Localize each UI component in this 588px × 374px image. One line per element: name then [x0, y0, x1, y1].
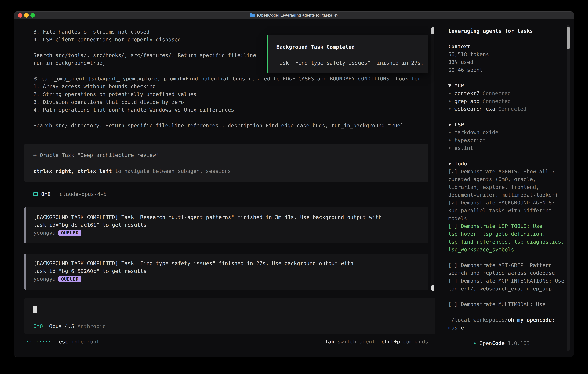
tool-call-line: ⚙call_omo_agent [subagent_type=explore, … [33, 75, 428, 83]
omo-agent-icon [33, 192, 38, 197]
bullet-icon: • [448, 106, 452, 112]
context-used: 33% used [448, 58, 564, 66]
todo-section: ▼ Todo [✓] Demonstrate AGENTS: Show all … [448, 160, 564, 308]
workspace-path: ~/local-workspaces/oh-my-opencode: [448, 316, 564, 324]
input-agent-label: OmO [33, 322, 43, 330]
folder-icon [250, 14, 255, 17]
bullet-icon: • [448, 98, 452, 104]
scrollbar-thumb-bottom[interactable] [431, 285, 434, 291]
toast-body: Task "Find type safety issues" finished … [276, 59, 422, 67]
prompt-input[interactable]: OmO Opus 4.5 Anthropic [24, 298, 435, 334]
input-meta: OmO Opus 4.5 Anthropic [33, 322, 106, 330]
message-meta: yeongyu QUEUED [33, 275, 422, 283]
esc-key-hint: esc [59, 338, 68, 346]
message-line: [BACKGROUND TASK COMPLETED] Task "Resear… [33, 213, 422, 221]
lsp-name: markdown-oxide [454, 129, 498, 135]
mcp-section-header[interactable]: ▼ MCP [448, 82, 564, 90]
mcp-item: •context7Connected [448, 90, 564, 97]
message-author: yeongyu [33, 275, 56, 283]
oracle-task-panel: ◉Oracle Task "Deep architecture review" … [24, 144, 428, 182]
message-line: task_id="bg_dcfac161" to get results. [33, 221, 422, 229]
tool-call-text: call_omo_agent [subagent_type=explore, p… [41, 76, 421, 82]
workspace-path-prefix: ~/local-workspaces/ [448, 317, 508, 323]
oracle-task-title: ◉Oracle Task "Deep architecture review" [33, 151, 419, 159]
agent-separator: · [53, 190, 57, 198]
gear-icon: ⚙ [33, 76, 38, 82]
terminal-line [33, 114, 428, 122]
version-number: 1.0.163 [508, 340, 530, 346]
terminal-line: Search src/ directory. Return specific f… [33, 122, 428, 129]
mcp-name: context7 [454, 90, 480, 96]
lsp-name: eslint [454, 145, 473, 151]
ctrlp-key-label: commands [403, 338, 428, 346]
mcp-item: •websearch_exaConnected [448, 105, 564, 113]
chat-main-pane: 3. File handles or streams not closed 4.… [14, 19, 435, 357]
agent-model: claude-opus-4-5 [60, 190, 107, 198]
mcp-item: •grep_appConnected [448, 97, 564, 105]
bullet-icon: • [448, 145, 452, 151]
close-button[interactable] [18, 13, 22, 18]
sidebar-scrollbar-thumb[interactable] [567, 27, 570, 49]
oracle-task-title-text: Oracle Task "Deep architecture review" [40, 152, 159, 158]
terminal-window: [OpenCode] Leveraging agents for tasks ◐… [14, 11, 574, 357]
todo-item: [ ] Demonstrate LSP TOOLS: Use lsp_hover… [448, 222, 564, 254]
context-section: Context 66,518 tokens 33% used $0.46 spe… [448, 43, 564, 74]
lsp-section-header[interactable]: ▼ LSP [448, 121, 564, 129]
mcp-name: grep_app [454, 98, 480, 104]
todo-item: [ ] Demonstrate MULTIMODAL: Use [448, 300, 564, 308]
workspace-info: ~/local-workspaces/oh-my-opencode: maste… [448, 316, 564, 332]
terminal-line: 1. Array access without bounds checking [33, 83, 428, 90]
zoom-button[interactable] [30, 13, 35, 18]
input-provider-label: Anthropic [77, 322, 106, 330]
lsp-item: •markdown-oxide [448, 129, 564, 136]
terminal-line: 3. File handles or streams not closed [33, 28, 428, 36]
sidebar-scrollbar[interactable] [567, 25, 570, 351]
workspace-branch: master [448, 324, 564, 332]
todo-item: [✓] Demonstrate AGENTS: Show all 7 curat… [448, 168, 564, 199]
bullet-icon: • [448, 90, 452, 96]
window-titlebar[interactable]: [OpenCode] Leveraging agents for tasks ◐ [14, 11, 574, 19]
window-title-text: [OpenCode] Leveraging agents for tasks [257, 13, 332, 18]
message-background-task-1: [BACKGROUND TASK COMPLETED] Task "Resear… [24, 208, 428, 243]
mcp-status: Connected [498, 106, 526, 112]
agent-header: OmO · claude-opus-4-5 [33, 190, 428, 198]
session-sidebar: Leveraging agents for tasks Context 66,5… [435, 19, 574, 357]
minimize-button[interactable] [24, 13, 29, 18]
context-tokens: 66,518 tokens [448, 51, 564, 58]
todo-item: [✓] Demonstrate BACKGROUND AGENTS: Run p… [448, 199, 564, 222]
agent-name: OmO [41, 190, 51, 198]
tab-key-hint: tab [325, 338, 334, 346]
lsp-item: •eslint [448, 144, 564, 152]
app-version: •OpenCode1.0.163 [448, 332, 564, 346]
message-background-task-2: [BACKGROUND TASK COMPLETED] Task "Find t… [24, 254, 428, 290]
tab-key-label: switch agent [337, 338, 375, 346]
background-task-toast: Background Task Completed Task "Find typ… [267, 35, 428, 73]
queued-badge: QUEUED [58, 276, 81, 282]
window-title: [OpenCode] Leveraging agents for tasks ◐ [250, 13, 337, 18]
scrollbar-thumb-top[interactable] [431, 27, 434, 34]
activity-dots-icon: ········ [26, 338, 51, 346]
status-bar-right: tab switch agent ctrl+p commands [325, 338, 428, 346]
context-spent: $0.46 spent [448, 66, 564, 74]
text-cursor [33, 306, 37, 313]
ctrlp-key-hint: ctrl+p [381, 338, 400, 346]
app-name-regular: Open [480, 340, 492, 346]
workspace-name: oh-my-opencode: [508, 317, 555, 323]
spinner-icon: ◐ [334, 13, 338, 18]
toast-title: Background Task Completed [276, 43, 422, 51]
main-scrollbar[interactable] [431, 26, 434, 291]
subagent-nav-hint: ctrl+x right, ctrl+x left to navigate be… [33, 167, 419, 175]
message-line: [BACKGROUND TASK COMPLETED] Task "Find t… [33, 260, 422, 267]
todo-item: [ ] Demonstrate MCP INTEGRATIONS: Use co… [448, 277, 564, 292]
message-line: task_id="bg_6f59260c" to get results. [33, 267, 422, 275]
terminal-line: 2. String operations on potentially unde… [33, 90, 428, 98]
message-author: yeongyu [33, 229, 56, 237]
esc-key-label: interrupt [71, 338, 99, 346]
bullet-icon: • [448, 137, 452, 143]
bullet-icon: • [448, 129, 452, 135]
version-bullet-icon: • [473, 340, 476, 346]
todo-item: [ ] Demonstrate AST-GREP: Pattern search… [448, 261, 564, 277]
session-title: Leveraging agents for tasks [448, 27, 564, 35]
lsp-item: •typescript [448, 136, 564, 144]
todo-section-header[interactable]: ▼ Todo [448, 160, 564, 168]
